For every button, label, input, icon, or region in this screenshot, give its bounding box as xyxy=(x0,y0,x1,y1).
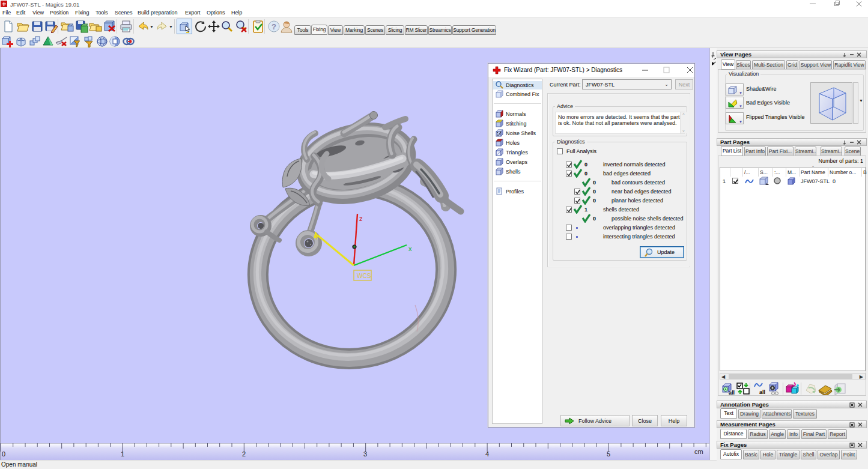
svg-text:z: z xyxy=(359,215,363,222)
svg-text:all: all xyxy=(759,389,765,395)
svg-text:WCS: WCS xyxy=(357,273,371,279)
svg-text:?: ? xyxy=(272,22,276,31)
svg-text:x: x xyxy=(408,245,412,252)
svg-text:all: all xyxy=(729,390,735,395)
svg-text:y: y xyxy=(315,233,319,240)
